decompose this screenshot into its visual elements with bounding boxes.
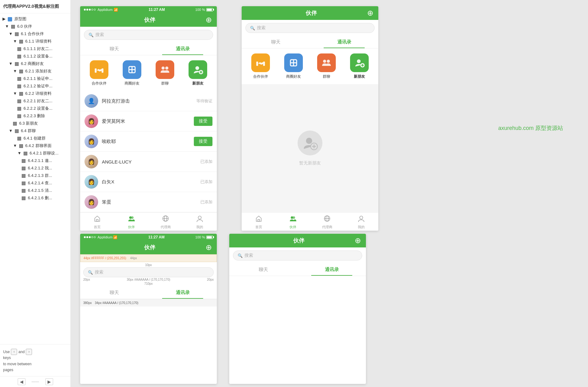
page-icon	[17, 137, 21, 141]
sidebar-item-6.4.2.1[interactable]: ▼ 6.4.2.1 群聊设...	[0, 150, 71, 157]
ann-search-bar[interactable]: 🔍 搜索	[83, 267, 214, 277]
quick-icon-circle-left[interactable]: 商圈好友	[123, 60, 141, 86]
nav-agent-right[interactable]: 代理商	[310, 215, 344, 229]
tab-contacts-left[interactable]: 通讯录	[148, 43, 217, 55]
accept-button-2[interactable]: 接受	[194, 117, 212, 126]
nav-mine-right[interactable]: 我的	[344, 215, 378, 229]
tab-chat-left[interactable]: 聊天	[80, 43, 148, 55]
hint-and-label: and	[18, 349, 25, 355]
sidebar-tree[interactable]: ▶ 原型图 ▼ 6.0 伙伴 ▼ 6.1 合作伙伴 ▼ 6.1.1 详细资料 6…	[0, 13, 71, 344]
sidebar-item-prototype[interactable]: ▶ 原型图	[0, 15, 71, 23]
sidebar-item-6.4.2.1.1[interactable]: 6.4.2.1.1 邀...	[0, 157, 71, 164]
sidebar-item-6.2.1.2[interactable]: 6.2.1.2 验证申...	[0, 82, 71, 90]
sidebar-item-6.2.2[interactable]: ▼ 6.2.2 详细资料	[0, 90, 71, 97]
header-add-button-left[interactable]: ⊕	[206, 16, 212, 24]
ann-tab-contacts-right[interactable]: 通讯录	[298, 264, 366, 276]
svg-point-24	[327, 60, 330, 63]
sidebar-item-6.1[interactable]: ▼ 6.1 合作伙伴	[0, 30, 71, 38]
tab-chat-right[interactable]: 聊天	[242, 36, 310, 48]
nav-agent-left[interactable]: 代理商	[148, 215, 183, 229]
friend-item-5[interactable]: 👩 白矢X 已添加	[80, 172, 217, 192]
ann-add-btn-right[interactable]: ⊕	[355, 237, 361, 244]
sidebar-item-6.2.1[interactable]: ▼ 6.2.1 添加好友	[0, 67, 71, 75]
empty-text: 暂无新朋友	[299, 160, 321, 166]
friend-item-4[interactable]: 👩 ANGLE-LUCY 已添加	[80, 152, 217, 172]
partner-nav-icon-left	[128, 215, 135, 224]
sidebar-item-6.4.2.1.4[interactable]: 6.4.2.1.4 查...	[0, 179, 71, 187]
nav-home-left[interactable]: 首页	[80, 215, 114, 229]
nav-mine-left[interactable]: 我的	[183, 215, 217, 229]
friend-item-2[interactable]: 👩 爱哭莫阿米 接受	[80, 111, 217, 131]
page-icon	[17, 47, 21, 51]
sidebar-item-6.4.2.1.5[interactable]: 6.4.2.1.5 清...	[0, 187, 71, 194]
scroll-left-arrow[interactable]: ◀	[18, 378, 25, 385]
group-icon	[159, 64, 171, 75]
ann-add-btn-left[interactable]: ⊕	[206, 244, 212, 251]
nav-home-right[interactable]: 首页	[242, 215, 276, 229]
sidebar-item-6.2.2.3[interactable]: 6.2.2.3 删除	[0, 112, 71, 120]
scroll-right-arrow[interactable]: ▶	[45, 378, 53, 385]
quick-icon-partner-right[interactable]: 合作伙伴	[251, 53, 270, 79]
folder-icon: ▼	[5, 24, 9, 29]
accept-button-3[interactable]: 接受	[194, 137, 212, 146]
quick-icon-partner-left[interactable]: 合作伙伴	[90, 60, 108, 86]
svg-point-7	[195, 66, 199, 70]
sidebar-item-6.1.1.2[interactable]: 6.1.1.2 设置备...	[0, 53, 71, 60]
ann-tab-contacts[interactable]: 通讯录	[148, 287, 217, 299]
ann-header-right: 伙伴 ⊕	[229, 234, 366, 247]
friend-item-6[interactable]: 👩 笨蛋 已添加	[80, 192, 217, 212]
search-bar-right[interactable]: 🔍 搜索	[245, 23, 375, 33]
friend-item-1[interactable]: 👤 阿拉克打游击 等待验证	[80, 91, 217, 111]
page-icon	[19, 92, 23, 96]
circle-friends-icon	[126, 64, 138, 75]
folder-icon: ▶	[2, 16, 6, 21]
sidebar-item-6.2.1.1[interactable]: 6.2.1.1 验证申...	[0, 75, 71, 82]
friend-item-3[interactable]: 👩 唉欧耶 接受	[80, 131, 217, 152]
sidebar-item-6.2.2.2[interactable]: 6.2.2.2 设置备...	[0, 105, 71, 112]
sidebar-item-6.0[interactable]: ▼ 6.0 伙伴	[0, 23, 71, 30]
quick-icon-group-right[interactable]: 群聊	[317, 53, 336, 79]
sidebar-item-6.4.2[interactable]: ▼ 6.4.2 群聊界面	[0, 142, 71, 150]
search-bar-left[interactable]: 🔍 搜索	[84, 30, 213, 40]
header-add-button-right[interactable]: ⊕	[367, 9, 373, 17]
sidebar-item-6.2.2.1[interactable]: 6.2.2.1 好友二...	[0, 97, 71, 105]
partner-label: 合作伙伴	[92, 81, 107, 86]
quick-icon-new-friend-right[interactable]: 新朋友	[350, 53, 369, 79]
next-page-key[interactable]: ›	[26, 349, 32, 355]
scroll-track: ——	[32, 380, 39, 384]
search-icon-left: 🔍	[89, 33, 93, 37]
page-icon	[17, 55, 21, 58]
sidebar-item-6.4.2.1.6[interactable]: 6.4.2.1.6 删...	[0, 194, 71, 202]
ann-tab-chat[interactable]: 聊天	[80, 287, 148, 299]
group-icon-right	[321, 57, 332, 68]
status-time-left: 11:27 AM	[148, 7, 165, 12]
ann-bar-size: 44px	[130, 256, 137, 260]
page-icon	[17, 77, 21, 81]
sidebar-item-6.4.2.1.3[interactable]: 6.4.2.1.3 群...	[0, 172, 71, 179]
quick-icon-new-friend-left[interactable]: 新朋友	[189, 60, 207, 86]
page-icon	[11, 25, 15, 29]
ann-tab-chat-right[interactable]: 聊天	[229, 264, 298, 276]
quick-icon-circle-right[interactable]: 商圈好友	[284, 53, 303, 79]
ann-tab-bar-right: 聊天 通讯录	[229, 264, 366, 276]
svg-rect-33	[258, 219, 260, 221]
page-icon	[19, 70, 23, 73]
nav-partner-left[interactable]: 伙伴	[114, 215, 148, 229]
battery-pct: 100 %	[195, 8, 205, 12]
avatar-2: 👩	[84, 114, 98, 128]
sidebar-item-6.3[interactable]: 6.3 新朋友	[0, 120, 71, 127]
ann-search-bar-right[interactable]: 🔍 搜索	[233, 251, 362, 260]
main-content: Applidium 📶 11:27 AM 100 % 伙伴 ⊕ 🔍 搜索	[71, 0, 588, 387]
prev-page-key[interactable]: ‹	[11, 349, 17, 355]
sidebar-item-6.1.1.1[interactable]: 6.1.1.1 好友二...	[0, 45, 71, 53]
sidebar-item-6.1.1[interactable]: ▼ 6.1.1 详细资料	[0, 38, 71, 45]
quick-icon-group-left[interactable]: 群聊	[156, 60, 174, 86]
sidebar-item-6.4.2.1.2[interactable]: 6.4.2.1.2 我...	[0, 164, 71, 172]
ann-battery	[206, 236, 213, 239]
sidebar-item-6.4[interactable]: ▼ 6.4 群聊	[0, 127, 71, 135]
tab-contacts-right[interactable]: 通讯录	[310, 36, 378, 48]
nav-partner-right[interactable]: 伙伴	[276, 215, 310, 229]
phone-left: Applidium 📶 11:27 AM 100 % 伙伴 ⊕ 🔍 搜索	[80, 6, 217, 231]
sidebar-item-6.2[interactable]: ▼ 6.2 商圈好友	[0, 60, 71, 67]
sidebar-item-6.4.1[interactable]: 6.4.1 创建群	[0, 135, 71, 142]
